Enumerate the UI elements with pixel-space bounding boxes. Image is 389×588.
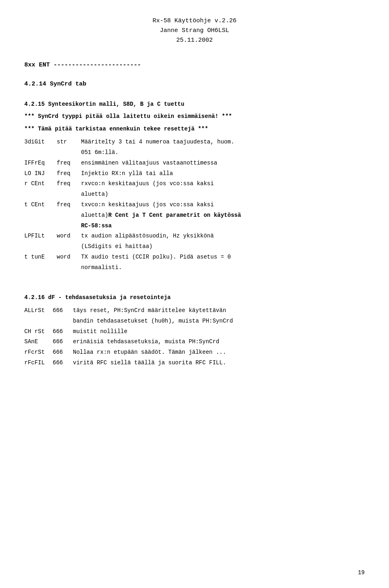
reset-code-chrst: 666 (53, 327, 73, 337)
param-row-3digit: 3diGit str Määritelty 3 tai 4 numeroa ta… (24, 137, 365, 147)
section-4-2-14: 4.2.14 SynCrd tab (24, 81, 365, 88)
page-header: Rx-58 Käyttöohje v.2.26 Janne Strang OH6… (24, 16, 365, 45)
section-4-2-16-heading: 4.2.16 dF - tehdasasetuksia ja resetoint… (24, 293, 365, 302)
section-4-2-16-heading-text: 4.2.16 dF - tehdasasetuksia ja resetoint… (24, 294, 171, 301)
param-desc-ttune-cont: normaalisti. (81, 263, 365, 273)
reset-row-rfcrst: rFcrSt 666 Nollaa rx:n etupään säädöt. T… (24, 348, 365, 357)
param-desc-3digit-cont: 051 6m:llä. (81, 148, 365, 158)
param-desc-3digit: Määritelty 3 tai 4 numeroa taajuudesta, … (81, 137, 365, 147)
reset-row-sane: SAnE 666 erinäisiä tehdasasetuksia, muis… (24, 337, 365, 347)
param-desc-iffreq: ensimmäinen välitaajuus vastaanottimessa (81, 158, 365, 168)
param-row-ttune-cont: normaalisti. (24, 263, 365, 273)
warning2: *** Tämä pitää tarkistaa ennenkuin tekee… (24, 124, 365, 133)
param-type-rcent: freq (57, 179, 81, 189)
page-number: 19 (358, 569, 365, 576)
reset-row-rfcfil: rFcFIL 666 viritä RFC siellä täällä ja s… (24, 358, 365, 368)
param-type-ttune: word (57, 252, 81, 262)
section-8xx: 8xx ENT ------------------------ (24, 62, 365, 68)
param-name-tcent: t CEnt (24, 200, 57, 210)
param-type-loinj: freq (57, 169, 81, 179)
param-name-ttune: t tunE (24, 252, 57, 262)
param-name-loinj: LO INJ (24, 169, 57, 179)
reset-name-sane: SAnE (24, 337, 53, 347)
param-row-tcent-cont: aluetta)R Cent ja T Cent parametrit on k… (24, 211, 365, 220)
reset-name-chrst: CH rSt (24, 327, 53, 337)
header-line1: Rx-58 Käyttöohje v.2.26 (152, 17, 236, 24)
param-desc-rcent: rxvco:n keskitaajuus (jos vco:ssa kaksi (81, 179, 365, 189)
reset-desc-sane: erinäisiä tehdasasetuksia, muista PH:Syn… (73, 337, 365, 347)
reset-row-allrst: ALLrSt 666 täys reset, PH:SynCrd määritt… (24, 306, 365, 316)
param-desc-rcent-cont: aluetta) (81, 190, 365, 199)
param-desc-tcent-rc58: RC-58:ssa (81, 221, 365, 231)
param-desc-tcent-cont2: aluetta)R Cent ja T Cent parametrit on k… (81, 211, 365, 220)
reset-desc-rfcfil: viritä RFC siellä täällä ja suorita RFC … (73, 358, 365, 368)
reset-table: ALLrSt 666 täys reset, PH:SynCrd määritt… (24, 306, 365, 368)
section-4-2-16: 4.2.16 dF - tehdasasetuksia ja resetoint… (24, 293, 365, 368)
reset-desc-rfcrst: Nollaa rx:n etupään säädöt. Tämän jälkee… (73, 348, 365, 357)
header-title: Rx-58 Käyttöohje v.2.26 Janne Strang OH6… (24, 16, 365, 45)
reset-desc-chrst: muistit nollille (73, 327, 365, 337)
reset-code-rfcfil: 666 (53, 358, 73, 368)
reset-code-rfcrst: 666 (53, 348, 73, 357)
reset-desc-allrst: täys reset, PH:SynCrd määrittelee käytet… (73, 306, 365, 316)
section-4-2-15: 4.2.15 Synteesikortin malli, S8D, B ja C… (24, 100, 365, 273)
param-name-rcent: r CEnt (24, 179, 57, 189)
param-type-iffreq: freq (57, 158, 81, 168)
reset-desc-allrst-cont: bandin tehdasasetukset (hu0h), muista PH… (73, 316, 365, 326)
section-4-2-15-heading: 4.2.15 Synteesikortin malli, S8D, B ja C… (24, 100, 365, 109)
reset-row-allrst-cont: bandin tehdasasetukset (hu0h), muista PH… (24, 316, 365, 326)
params-table: 3diGit str Määritelty 3 tai 4 numeroa ta… (24, 137, 365, 272)
reset-name-rfcfil: rFcFIL (24, 358, 53, 368)
param-row-loinj: LO INJ freq Injektio RX:n yllä tai alla (24, 169, 365, 179)
param-desc-ttune: TX audio testi (CCIR polku). Pidä asetus… (81, 252, 365, 262)
header-line2: Janne Strang OH6LSL (160, 27, 229, 34)
param-name-3digit: 3diGit (24, 137, 57, 147)
param-desc-loinj: Injektio RX:n yllä tai alla (81, 169, 365, 179)
param-type-lpfilt: word (57, 231, 81, 241)
reset-code-allrst: 666 (53, 306, 73, 316)
reset-code-sane: 666 (53, 337, 73, 347)
page: Rx-58 Käyttöohje v.2.26 Janne Strang OH6… (0, 0, 389, 588)
param-row-3digit-cont: 051 6m:llä. (24, 148, 365, 158)
reset-name-allrst: ALLrSt (24, 306, 53, 316)
reset-name-rfcrst: rFcrSt (24, 348, 53, 357)
param-row-tcent: t CEnt freq txvco:n keskitaajuus (jos vc… (24, 200, 365, 210)
param-desc-tcent: txvco:n keskitaajuus (jos vco:ssa kaksi (81, 200, 365, 210)
section-4-2-14-heading: 4.2.14 SynCrd tab (24, 81, 365, 88)
param-desc-lpfilt-cont: (LSdigits ei haittaa) (81, 242, 365, 252)
param-row-tcent-cont2: RC-58:ssa (24, 221, 365, 231)
header-line3: 25.11.2002 (176, 37, 213, 44)
param-row-iffreq: IFFrEq freq ensimmäinen välitaajuus vast… (24, 158, 365, 168)
warning1: *** SynCrd tyyppi pitää olla laitettu oi… (24, 112, 365, 121)
section-8xx-heading: 8xx ENT ------------------------ (24, 62, 365, 68)
param-row-lpfilt: LPFILt word tx audion alipäästösuodin, H… (24, 231, 365, 241)
reset-row-chrst: CH rSt 666 muistit nollille (24, 327, 365, 337)
param-row-rcent-cont: aluetta) (24, 190, 365, 199)
param-row-ttune: t tunE word TX audio testi (CCIR polku).… (24, 252, 365, 262)
param-row-rcent: r CEnt freq rxvco:n keskitaajuus (jos vc… (24, 179, 365, 189)
param-name-iffreq: IFFrEq (24, 158, 57, 168)
param-desc-lpfilt: tx audion alipäästösuodin, Hz yksikkönä (81, 231, 365, 241)
param-type-tcent: freq (57, 200, 81, 210)
param-type-3digit: str (57, 137, 81, 147)
param-name-lpfilt: LPFILt (24, 231, 57, 241)
param-row-lpfilt-cont: (LSdigits ei haittaa) (24, 242, 365, 252)
